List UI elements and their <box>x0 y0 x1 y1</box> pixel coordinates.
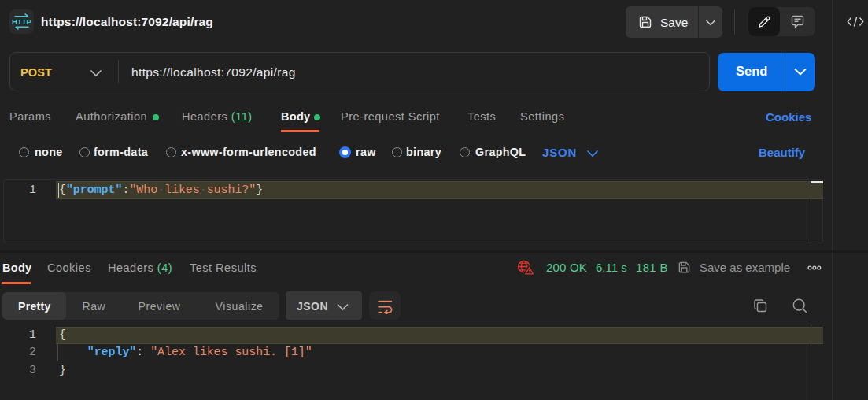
svg-text:HTTP: HTTP <box>12 17 32 26</box>
